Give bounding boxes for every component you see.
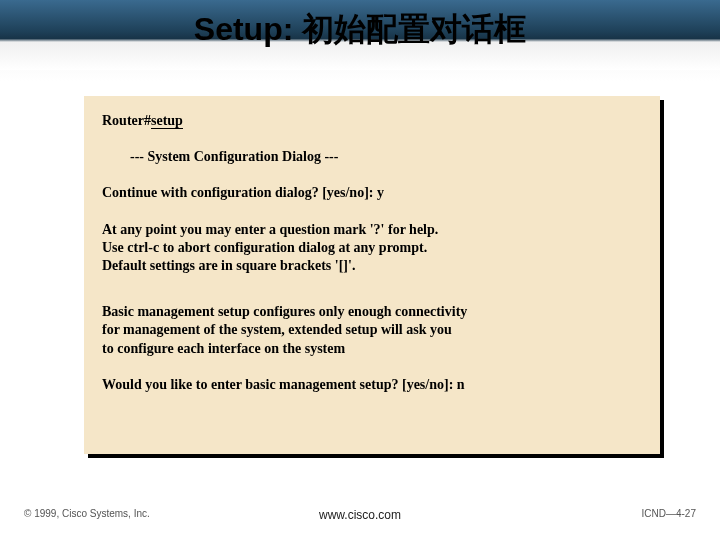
basic-line-1: Basic management setup configures only e…	[102, 303, 642, 321]
basic-setup-prompt: Would you like to enter basic management…	[102, 376, 642, 394]
help-line-2: Use ctrl-c to abort configuration dialog…	[102, 239, 642, 257]
basic-setup-text: Basic management setup configures only e…	[102, 303, 642, 358]
basic-line-3: to configure each interface on the syste…	[102, 340, 642, 358]
help-line-3: Default settings are in square brackets …	[102, 257, 642, 275]
help-line-1: At any point you may enter a question ma…	[102, 221, 642, 239]
dialog-header: --- System Configuration Dialog ---	[102, 148, 642, 166]
continue-prompt: Continue with configuration dialog? [yes…	[102, 184, 642, 202]
slide-title: Setup: 初始配置对话框	[0, 8, 720, 52]
terminal-prompt: Router#	[102, 113, 151, 128]
footer-page: ICND—4-27	[642, 508, 696, 519]
footer: © 1999, Cisco Systems, Inc. www.cisco.co…	[0, 508, 720, 528]
footer-url: www.cisco.com	[0, 508, 720, 522]
basic-line-2: for management of the system, extended s…	[102, 321, 642, 339]
help-text: At any point you may enter a question ma…	[102, 221, 642, 276]
terminal-command-line: Router#setup	[102, 112, 642, 130]
terminal-panel: Router#setup --- System Configuration Di…	[84, 96, 660, 454]
terminal-command: setup	[151, 113, 183, 129]
